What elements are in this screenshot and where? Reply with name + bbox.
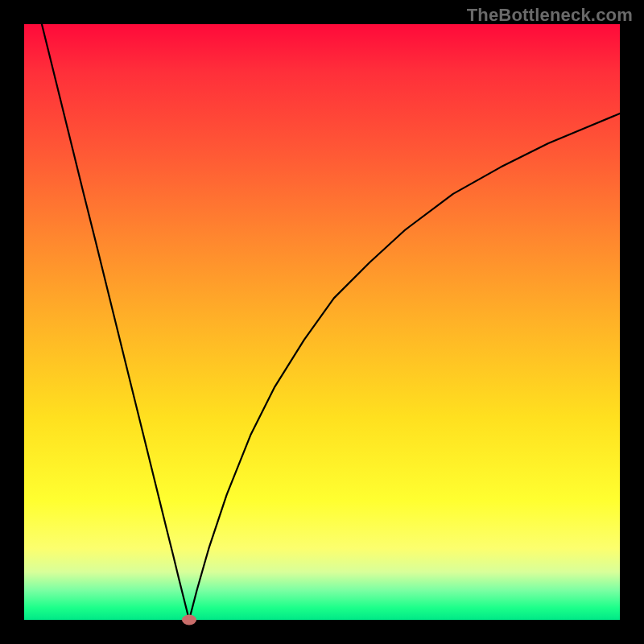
optimum-marker xyxy=(182,615,196,625)
plot-area xyxy=(24,24,620,620)
watermark-text: TheBottleneck.com xyxy=(467,5,633,26)
bottleneck-curve xyxy=(24,24,620,620)
chart-frame: TheBottleneck.com xyxy=(0,0,644,644)
